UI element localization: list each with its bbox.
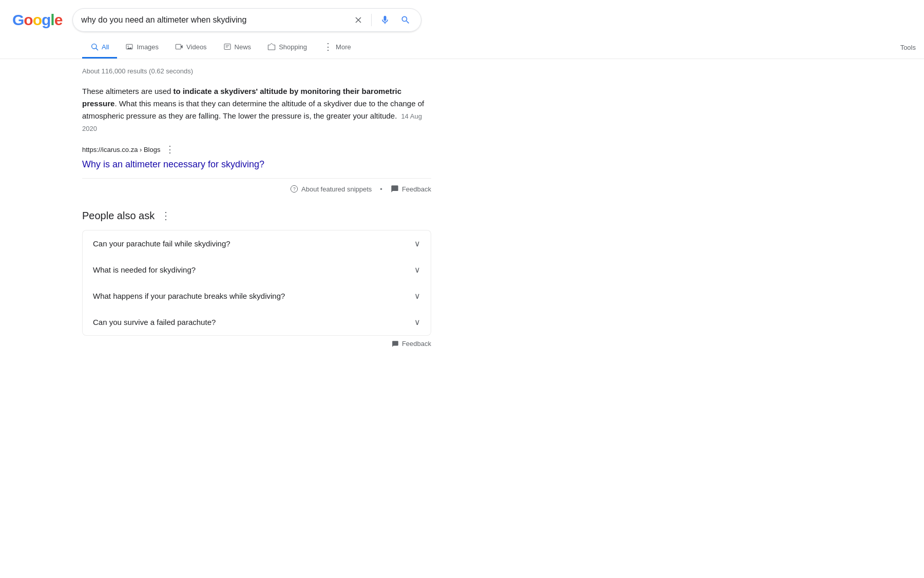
all-tab-icon (90, 43, 99, 51)
svg-point-3 (128, 46, 129, 47)
svg-text:?: ? (293, 186, 296, 191)
header: Google why do you need an altimeter when… (0, 0, 924, 36)
tools-button[interactable]: Tools (892, 37, 924, 57)
bottom-feedback-label: Feedback (402, 340, 431, 348)
footer-dot: • (380, 185, 382, 193)
feedback-button[interactable]: Feedback (391, 185, 431, 193)
about-snippets-button[interactable]: ? About featured snippets (290, 185, 372, 193)
paa-question-2: What happens if your parachute breaks wh… (93, 292, 285, 300)
bottom-feedback-button[interactable]: Feedback (392, 340, 431, 348)
tab-all-label: All (102, 43, 109, 51)
logo-e: e (54, 11, 63, 29)
paa-question-0: Can your parachute fail while skydiving? (93, 239, 230, 248)
search-input[interactable]: why do you need an altimeter when skydiv… (81, 15, 346, 25)
people-also-ask-section: People also ask ⋮ Can your parachute fai… (82, 209, 431, 336)
tab-shopping-label: Shopping (279, 43, 307, 51)
tab-images[interactable]: Images (117, 36, 167, 59)
videos-tab-icon (175, 43, 183, 51)
paa-chevron-3: ∨ (414, 317, 420, 327)
tab-videos-label: Videos (186, 43, 207, 51)
svg-marker-5 (181, 45, 182, 49)
search-icon (400, 15, 411, 25)
feedback-label: Feedback (402, 185, 431, 193)
featured-snippet: These altimeters are used to indicate a … (82, 85, 431, 193)
feedback-icon (391, 185, 399, 193)
tab-shopping[interactable]: Shopping (259, 36, 315, 59)
result-link: Why is an altimeter necessary for skydiv… (82, 159, 431, 170)
bottom-feedback: Feedback (82, 336, 431, 352)
paa-chevron-2: ∨ (414, 291, 420, 301)
snippet-text: These altimeters are used to indicate a … (82, 85, 431, 134)
paa-item-1[interactable]: What is needed for skydiving? ∨ (82, 257, 431, 283)
results-count: About 116,000 results (0.62 seconds) (82, 67, 431, 75)
mic-icon (380, 15, 390, 25)
images-tab-icon (125, 43, 133, 51)
paa-question-3: Can you survive a failed parachute? (93, 318, 216, 326)
search-bar-icons (352, 13, 413, 27)
paa-header: People also ask ⋮ (82, 209, 431, 222)
paa-item-2[interactable]: What happens if your parachute breaks wh… (82, 283, 431, 309)
paa-item-3[interactable]: Can you survive a failed parachute? ∨ (82, 309, 431, 336)
paa-chevron-1: ∨ (414, 265, 420, 275)
source-url: https://icarus.co.za › Blogs (82, 146, 160, 153)
logo-l: l (50, 11, 54, 29)
paa-item-0[interactable]: Can your parachute fail while skydiving?… (82, 230, 431, 257)
news-tab-icon (223, 43, 232, 51)
search-divider (371, 14, 372, 26)
tab-videos[interactable]: Videos (167, 36, 215, 59)
result-title-link[interactable]: Why is an altimeter necessary for skydiv… (82, 159, 264, 169)
logo-g2: g (42, 11, 50, 29)
svg-rect-4 (176, 44, 181, 49)
tab-news[interactable]: News (215, 36, 260, 59)
google-logo[interactable]: Google (12, 11, 62, 29)
paa-menu-button[interactable]: ⋮ (161, 209, 171, 222)
svg-line-1 (96, 48, 98, 50)
tools-label: Tools (900, 44, 916, 51)
svg-rect-6 (224, 44, 230, 50)
tab-images-label: Images (137, 43, 159, 51)
logo-o2: o (33, 11, 42, 29)
bottom-feedback-icon (392, 340, 399, 348)
paa-question-1: What is needed for skydiving? (93, 265, 196, 274)
source-options-button[interactable]: ⋮ (163, 143, 177, 156)
clear-button[interactable] (352, 13, 365, 27)
nav-tabs: All Images Videos News Shopping ⋮ More (0, 36, 924, 59)
logo-g: G (12, 11, 24, 29)
more-icon: ⋮ (323, 42, 333, 51)
close-icon (354, 15, 363, 25)
tab-news-label: News (235, 43, 252, 51)
tab-more[interactable]: ⋮ More (315, 36, 359, 59)
tab-more-label: More (336, 43, 351, 51)
logo-o1: o (24, 11, 32, 29)
search-bar-wrapper: why do you need an altimeter when skydiv… (72, 8, 421, 32)
paa-chevron-0: ∨ (414, 239, 420, 248)
snippet-text-after: . What this means is that they can deter… (82, 99, 424, 120)
question-circle-icon: ? (290, 185, 298, 193)
about-snippets-label: About featured snippets (301, 185, 372, 193)
shopping-tab-icon (267, 43, 276, 51)
snippet-footer: ? About featured snippets • Feedback (82, 178, 431, 193)
main-content: About 116,000 results (0.62 seconds) The… (0, 59, 513, 360)
snippet-text-before: These altimeters are used (82, 87, 174, 95)
paa-title: People also ask (82, 210, 155, 222)
voice-search-button[interactable] (378, 13, 392, 27)
source-line: https://icarus.co.za › Blogs ⋮ (82, 143, 431, 156)
tab-all[interactable]: All (82, 36, 117, 59)
search-button[interactable] (398, 13, 413, 27)
search-bar: why do you need an altimeter when skydiv… (72, 8, 421, 32)
